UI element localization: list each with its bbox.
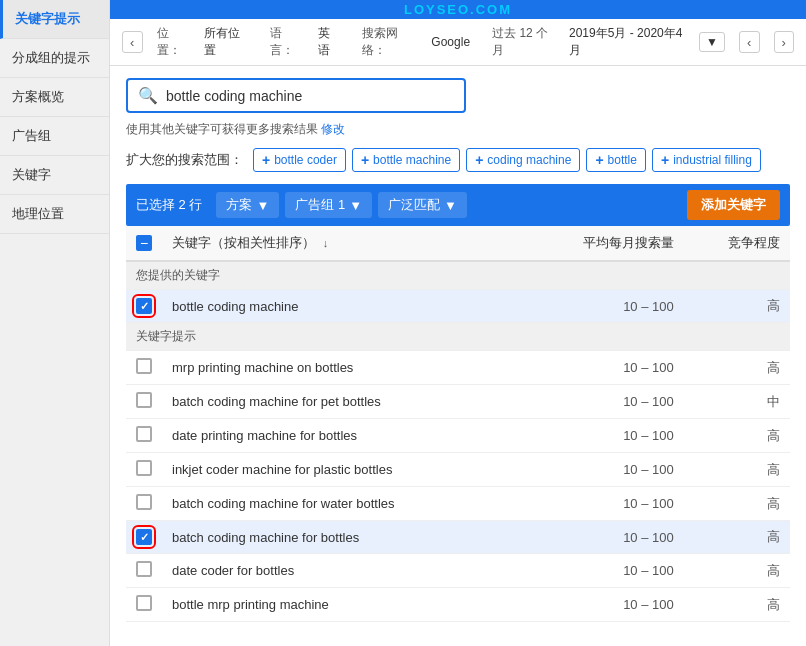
row-checkbox[interactable] <box>136 494 152 510</box>
toolbar: 已选择 2 行 方案 ▼ 广告组 1 ▼ 广泛匹配 ▼ 添加关键字 <box>126 184 790 226</box>
table-row: inkjet coder machine for plastic bottles… <box>126 453 790 487</box>
keyword-cell: batch coding machine for pet bottles <box>162 385 520 419</box>
expand-tag-0[interactable]: + bottle coder <box>253 148 346 172</box>
toolbar-match-btn[interactable]: 广泛匹配 ▼ <box>378 192 467 218</box>
date-value: 2019年5月 - 2020年4月 <box>569 25 685 59</box>
table-row: date coder for bottles 10 – 100 高 <box>126 554 790 588</box>
table-row: date printing machine for bottles 10 – 1… <box>126 419 790 453</box>
toolbar-selected-info: 已选择 2 行 <box>136 196 202 214</box>
expand-tag-3[interactable]: + bottle <box>586 148 646 172</box>
sidebar-item-keyword[interactable]: 关键字 <box>0 156 109 195</box>
hint-text: 使用其他关键字可获得更多搜索结果 修改 <box>126 121 790 138</box>
nav-back-button[interactable]: ‹ <box>122 31 143 53</box>
watermark-bar: LOYSEO.COM <box>110 0 806 19</box>
table-row: batch coding machine for pet bottles 10 … <box>126 385 790 419</box>
expand-tag-2[interactable]: + coding machine <box>466 148 580 172</box>
row-checkbox[interactable] <box>136 460 152 476</box>
sort-icon: ↓ <box>323 237 329 249</box>
header-checkbox-cell <box>126 226 162 261</box>
toolbar-plan-btn[interactable]: 方案 ▼ <box>216 192 279 218</box>
date-label: 过去 12 个月 <box>492 25 555 59</box>
expand-tag-4[interactable]: + industrial filling <box>652 148 761 172</box>
row-checkbox[interactable] <box>136 529 152 545</box>
expand-label: 扩大您的搜索范围： <box>126 151 243 169</box>
row-checkbox[interactable] <box>136 392 152 408</box>
hint-modify-link[interactable]: 修改 <box>321 122 345 136</box>
checkbox-cell <box>126 290 162 323</box>
main-area: LOYSEO.COM ‹ 位置： 所有位置 语言： 英语 搜索网络： Googl… <box>110 0 806 646</box>
table-row: mrp printing machine on bottles 10 – 100… <box>126 351 790 385</box>
nav-next-button[interactable]: › <box>774 31 795 53</box>
row-checkbox[interactable] <box>136 298 152 314</box>
keyword-cell: date coder for bottles <box>162 554 520 588</box>
sidebar-item-plan-overview[interactable]: 方案概览 <box>0 78 109 117</box>
search-icon: 🔍 <box>138 86 158 105</box>
row-checkbox[interactable] <box>136 358 152 374</box>
header-monthly: 平均每月搜索量 <box>520 226 684 261</box>
row-checkbox[interactable] <box>136 561 152 577</box>
location-value: 所有位置 <box>204 25 248 59</box>
network-label: 搜索网络： <box>362 25 418 59</box>
keyword-cell: date printing machine for bottles <box>162 419 520 453</box>
keyword-cell: inkjet coder machine for plastic bottles <box>162 453 520 487</box>
keyword-cell: mrp printing machine on bottles <box>162 351 520 385</box>
expand-section: 扩大您的搜索范围： + bottle coder + bottle machin… <box>126 148 790 172</box>
table-row: batch coding machine for bottles 10 – 10… <box>126 521 790 554</box>
sidebar-item-location[interactable]: 地理位置 <box>0 195 109 234</box>
sidebar-item-adgroup[interactable]: 广告组 <box>0 117 109 156</box>
keyword-cell: batch coding machine for bottles <box>162 521 520 554</box>
keyword-cell: batch coding machine for water bottles <box>162 487 520 521</box>
search-input[interactable] <box>166 88 454 104</box>
toolbar-add-keyword-btn[interactable]: 添加关键字 <box>687 190 780 220</box>
keyword-cell: bottle coding machine <box>162 290 520 323</box>
table-header-row: 关键字（按相关性排序） ↓ 平均每月搜索量 竞争程度 <box>126 226 790 261</box>
nav-prev-button[interactable]: ‹ <box>739 31 760 53</box>
header-checkbox[interactable] <box>136 235 152 251</box>
location-label: 位置： <box>157 25 190 59</box>
monthly-cell: 10 – 100 <box>520 290 684 323</box>
header-keyword: 关键字（按相关性排序） ↓ <box>162 226 520 261</box>
sidebar-item-keyword-hints[interactable]: 关键字提示 <box>0 0 109 39</box>
toolbar-adgroup-btn[interactable]: 广告组 1 ▼ <box>285 192 372 218</box>
keyword-cell: bottle mrp printing machine <box>162 588 520 622</box>
table-row: bottle mrp printing machine 10 – 100 高 <box>126 588 790 622</box>
language-label: 语言： <box>270 25 303 59</box>
brand-logo: LOYSEO.COM <box>404 2 512 17</box>
section-suggestions: 关键字提示 <box>126 323 790 351</box>
table-row: bottle coding machine 10 – 100 高 <box>126 290 790 323</box>
row-checkbox[interactable] <box>136 426 152 442</box>
sidebar: 关键字提示 分成组的提示 方案概览 广告组 关键字 地理位置 <box>0 0 110 646</box>
expand-tag-1[interactable]: + bottle machine <box>352 148 460 172</box>
date-dropdown[interactable]: ▼ <box>699 32 725 52</box>
header-competition: 竞争程度 <box>684 226 790 261</box>
section-provided: 您提供的关键字 <box>126 261 790 290</box>
content-area: 🔍 使用其他关键字可获得更多搜索结果 修改 扩大您的搜索范围： + bottle… <box>110 66 806 646</box>
search-box[interactable]: 🔍 <box>126 78 466 113</box>
row-checkbox[interactable] <box>136 595 152 611</box>
table-row: batch coding machine for water bottles 1… <box>126 487 790 521</box>
competition-cell: 高 <box>684 290 790 323</box>
topbar: ‹ 位置： 所有位置 语言： 英语 搜索网络： Google 过去 12 个月 … <box>110 19 806 66</box>
keyword-table: 关键字（按相关性排序） ↓ 平均每月搜索量 竞争程度 您提供的关键字 <box>126 226 790 622</box>
sidebar-item-group-hints[interactable]: 分成组的提示 <box>0 39 109 78</box>
language-value: 英语 <box>318 25 340 59</box>
network-value: Google <box>431 35 470 49</box>
